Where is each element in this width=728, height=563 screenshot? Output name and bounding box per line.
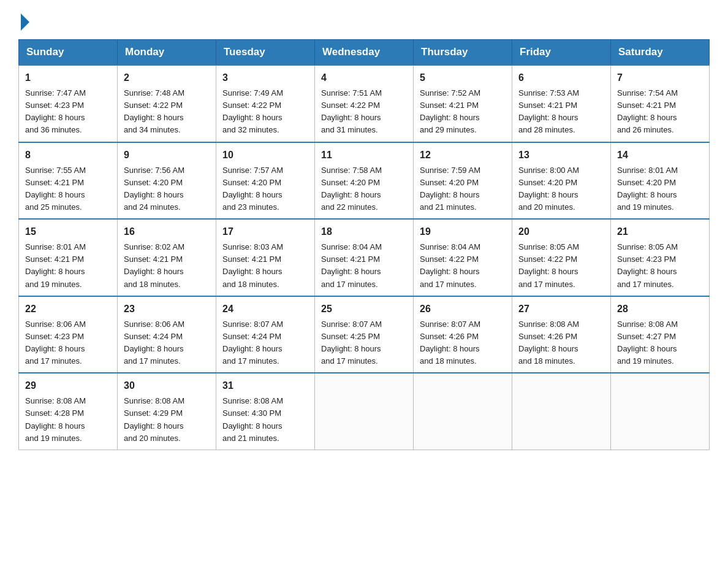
week-row-3: 15Sunrise: 8:01 AMSunset: 4:21 PMDayligh… <box>19 219 710 296</box>
day-info: Sunrise: 7:51 AMSunset: 4:22 PMDaylight:… <box>321 87 407 137</box>
day-info: Sunrise: 7:56 AMSunset: 4:20 PMDaylight:… <box>124 164 210 214</box>
day-info: Sunrise: 8:03 AMSunset: 4:21 PMDaylight:… <box>222 241 308 291</box>
day-cell-12: 12Sunrise: 7:59 AMSunset: 4:20 PMDayligh… <box>414 142 512 220</box>
day-cell-19: 19Sunrise: 8:04 AMSunset: 4:22 PMDayligh… <box>414 219 512 296</box>
week-row-4: 22Sunrise: 8:06 AMSunset: 4:23 PMDayligh… <box>19 296 710 373</box>
day-number: 14 <box>617 148 703 163</box>
day-info: Sunrise: 7:58 AMSunset: 4:20 PMDaylight:… <box>321 164 407 214</box>
day-cell-11: 11Sunrise: 7:58 AMSunset: 4:20 PMDayligh… <box>315 142 414 220</box>
day-info: Sunrise: 7:54 AMSunset: 4:21 PMDaylight:… <box>617 87 703 137</box>
day-number: 30 <box>124 378 210 393</box>
calendar-table: SundayMondayTuesdayWednesdayThursdayFrid… <box>18 39 710 450</box>
day-cell-3: 3Sunrise: 7:49 AMSunset: 4:22 PMDaylight… <box>216 65 315 142</box>
day-number: 23 <box>124 302 210 316</box>
day-cell-16: 16Sunrise: 8:02 AMSunset: 4:21 PMDayligh… <box>118 219 216 296</box>
day-number: 1 <box>25 71 111 85</box>
day-cell-22: 22Sunrise: 8:06 AMSunset: 4:23 PMDayligh… <box>19 296 118 373</box>
day-number: 10 <box>222 148 308 163</box>
empty-cell <box>512 373 611 450</box>
day-info: Sunrise: 8:01 AMSunset: 4:20 PMDaylight:… <box>617 164 703 214</box>
day-info: Sunrise: 8:08 AMSunset: 4:26 PMDaylight:… <box>518 318 604 368</box>
day-number: 6 <box>518 71 604 85</box>
day-info: Sunrise: 8:05 AMSunset: 4:23 PMDaylight:… <box>617 241 703 291</box>
day-cell-10: 10Sunrise: 7:57 AMSunset: 4:20 PMDayligh… <box>216 142 315 220</box>
day-info: Sunrise: 8:06 AMSunset: 4:24 PMDaylight:… <box>124 318 210 368</box>
day-number: 26 <box>420 302 506 316</box>
day-info: Sunrise: 8:02 AMSunset: 4:21 PMDaylight:… <box>124 241 210 291</box>
day-number: 29 <box>25 378 111 393</box>
week-row-5: 29Sunrise: 8:08 AMSunset: 4:28 PMDayligh… <box>19 373 710 450</box>
day-number: 25 <box>321 302 407 316</box>
day-info: Sunrise: 8:05 AMSunset: 4:22 PMDaylight:… <box>518 241 604 291</box>
day-number: 15 <box>25 224 111 239</box>
day-cell-14: 14Sunrise: 8:01 AMSunset: 4:20 PMDayligh… <box>611 142 710 220</box>
day-info: Sunrise: 7:53 AMSunset: 4:21 PMDaylight:… <box>518 87 604 137</box>
day-info: Sunrise: 8:08 AMSunset: 4:29 PMDaylight:… <box>124 395 210 445</box>
day-cell-15: 15Sunrise: 8:01 AMSunset: 4:21 PMDayligh… <box>19 219 118 296</box>
day-info: Sunrise: 7:49 AMSunset: 4:22 PMDaylight:… <box>222 87 308 137</box>
day-cell-29: 29Sunrise: 8:08 AMSunset: 4:28 PMDayligh… <box>19 373 118 450</box>
empty-cell <box>611 373 710 450</box>
day-cell-18: 18Sunrise: 8:04 AMSunset: 4:21 PMDayligh… <box>315 219 414 296</box>
day-info: Sunrise: 8:07 AMSunset: 4:26 PMDaylight:… <box>420 318 506 368</box>
column-header-sunday: Sunday <box>19 40 118 66</box>
day-number: 18 <box>321 224 407 239</box>
column-header-friday: Friday <box>512 40 611 66</box>
day-cell-31: 31Sunrise: 8:08 AMSunset: 4:30 PMDayligh… <box>216 373 315 450</box>
day-info: Sunrise: 8:00 AMSunset: 4:20 PMDaylight:… <box>518 164 604 214</box>
day-cell-13: 13Sunrise: 8:00 AMSunset: 4:20 PMDayligh… <box>512 142 611 220</box>
day-cell-28: 28Sunrise: 8:08 AMSunset: 4:27 PMDayligh… <box>611 296 710 373</box>
day-info: Sunrise: 7:55 AMSunset: 4:21 PMDaylight:… <box>25 164 111 214</box>
logo-arrow-icon <box>21 13 29 31</box>
day-number: 21 <box>617 224 703 239</box>
day-cell-26: 26Sunrise: 8:07 AMSunset: 4:26 PMDayligh… <box>414 296 512 373</box>
day-number: 31 <box>222 378 308 393</box>
day-number: 24 <box>222 302 308 316</box>
day-cell-6: 6Sunrise: 7:53 AMSunset: 4:21 PMDaylight… <box>512 65 611 142</box>
day-number: 3 <box>222 71 308 85</box>
day-cell-20: 20Sunrise: 8:05 AMSunset: 4:22 PMDayligh… <box>512 219 611 296</box>
column-header-thursday: Thursday <box>414 40 512 66</box>
column-header-tuesday: Tuesday <box>216 40 315 66</box>
column-header-monday: Monday <box>118 40 216 66</box>
week-row-1: 1Sunrise: 7:47 AMSunset: 4:23 PMDaylight… <box>19 65 710 142</box>
day-info: Sunrise: 7:57 AMSunset: 4:20 PMDaylight:… <box>222 164 308 214</box>
day-number: 12 <box>420 148 506 163</box>
day-info: Sunrise: 7:48 AMSunset: 4:22 PMDaylight:… <box>124 87 210 137</box>
day-number: 22 <box>25 302 111 316</box>
day-number: 7 <box>617 71 703 85</box>
day-info: Sunrise: 7:59 AMSunset: 4:20 PMDaylight:… <box>420 164 506 214</box>
day-info: Sunrise: 8:08 AMSunset: 4:27 PMDaylight:… <box>617 318 703 368</box>
day-number: 19 <box>420 224 506 239</box>
day-number: 20 <box>518 224 604 239</box>
day-cell-4: 4Sunrise: 7:51 AMSunset: 4:22 PMDaylight… <box>315 65 414 142</box>
day-number: 2 <box>124 71 210 85</box>
page-header <box>18 12 710 28</box>
day-cell-27: 27Sunrise: 8:08 AMSunset: 4:26 PMDayligh… <box>512 296 611 373</box>
day-info: Sunrise: 7:47 AMSunset: 4:23 PMDaylight:… <box>25 87 111 137</box>
day-number: 17 <box>222 224 308 239</box>
empty-cell <box>315 373 414 450</box>
day-number: 4 <box>321 71 407 85</box>
day-cell-23: 23Sunrise: 8:06 AMSunset: 4:24 PMDayligh… <box>118 296 216 373</box>
column-header-wednesday: Wednesday <box>315 40 414 66</box>
day-number: 28 <box>617 302 703 316</box>
day-number: 11 <box>321 148 407 163</box>
logo <box>18 12 29 28</box>
column-header-saturday: Saturday <box>611 40 710 66</box>
day-info: Sunrise: 8:04 AMSunset: 4:21 PMDaylight:… <box>321 241 407 291</box>
day-info: Sunrise: 8:08 AMSunset: 4:30 PMDaylight:… <box>222 395 308 445</box>
day-number: 13 <box>518 148 604 163</box>
day-number: 5 <box>420 71 506 85</box>
day-info: Sunrise: 8:06 AMSunset: 4:23 PMDaylight:… <box>25 318 111 368</box>
day-info: Sunrise: 7:52 AMSunset: 4:21 PMDaylight:… <box>420 87 506 137</box>
day-cell-1: 1Sunrise: 7:47 AMSunset: 4:23 PMDaylight… <box>19 65 118 142</box>
day-info: Sunrise: 8:07 AMSunset: 4:25 PMDaylight:… <box>321 318 407 368</box>
day-number: 27 <box>518 302 604 316</box>
day-cell-8: 8Sunrise: 7:55 AMSunset: 4:21 PMDaylight… <box>19 142 118 220</box>
day-number: 8 <box>25 148 111 163</box>
day-info: Sunrise: 8:07 AMSunset: 4:24 PMDaylight:… <box>222 318 308 368</box>
empty-cell <box>414 373 512 450</box>
day-cell-9: 9Sunrise: 7:56 AMSunset: 4:20 PMDaylight… <box>118 142 216 220</box>
day-cell-17: 17Sunrise: 8:03 AMSunset: 4:21 PMDayligh… <box>216 219 315 296</box>
